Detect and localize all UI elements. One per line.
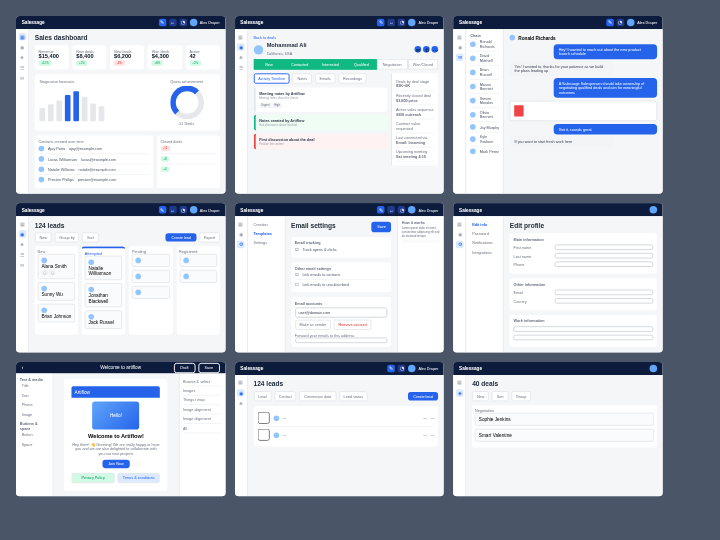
- nav-dashboard-icon[interactable]: ▦: [18, 33, 26, 41]
- filter[interactable]: Lead status: [339, 391, 368, 401]
- deal-row[interactable]: -12: [161, 144, 216, 154]
- table-row[interactable]: ———: [257, 427, 434, 443]
- bell-icon[interactable]: ◔: [179, 206, 187, 214]
- kpi-card[interactable]: New leads$6,200-3%: [110, 45, 144, 69]
- contact-row[interactable]: Preston Phillipspreston@example.com: [39, 175, 150, 184]
- remove-btn[interactable]: Remove account: [334, 320, 372, 330]
- chat-contact[interactable]: Mark Perez: [470, 147, 499, 156]
- back-link[interactable]: Back to deals: [253, 35, 438, 40]
- avatar[interactable]: [189, 206, 197, 214]
- create-lead-button[interactable]: Create lead: [166, 233, 197, 241]
- save-button[interactable]: Save: [198, 362, 220, 372]
- table-row[interactable]: ———: [257, 410, 434, 427]
- stage[interactable]: Negotiation: [377, 59, 408, 69]
- deal-row[interactable]: +8: [161, 154, 216, 164]
- country-input[interactable]: [555, 298, 653, 304]
- join-button[interactable]: Join Now: [103, 460, 130, 468]
- bell-icon[interactable]: ◔: [398, 365, 406, 373]
- lead-card[interactable]: Sunny Wu: [38, 282, 76, 301]
- avatar[interactable]: [650, 206, 658, 214]
- prop[interactable]: Browse & select: [183, 377, 222, 386]
- email-account[interactable]: user@domain.com: [295, 307, 388, 317]
- kpi-card[interactable]: Won deals$4,300+8%: [148, 45, 182, 69]
- donut-chart[interactable]: [170, 86, 204, 120]
- nav-item[interactable]: Settings: [252, 239, 281, 247]
- prop[interactable]: Things i map: [183, 396, 222, 405]
- nav-chat-icon[interactable]: ✉: [18, 74, 26, 82]
- kpi-card[interactable]: Revenue$15,400+12%: [35, 45, 69, 69]
- nav-icon[interactable]: ◈: [237, 400, 245, 408]
- bell-icon[interactable]: ◔: [179, 19, 187, 27]
- avatar[interactable]: [408, 365, 416, 373]
- nav-leads-icon[interactable]: ◉: [18, 43, 26, 51]
- chat-msg[interactable]: Hey! I wanted to reach out about the new…: [554, 44, 657, 59]
- stage[interactable]: Contacted: [284, 59, 315, 69]
- lead-card[interactable]: Jonathan Blackwell: [85, 283, 123, 307]
- chat-msg[interactable]: A Salessage Salesperson should take owne…: [554, 78, 657, 98]
- bell-icon[interactable]: ◔: [617, 19, 625, 27]
- action-icon[interactable]: ✉: [415, 46, 422, 53]
- kpi-card[interactable]: New deals$8,400+5%: [73, 45, 107, 69]
- username[interactable]: Alex Draper: [200, 20, 220, 25]
- chat-msg[interactable]: Yes! I wanted to, thanks for your patien…: [510, 61, 613, 76]
- chat-contact[interactable]: Ronald Richards: [470, 38, 499, 52]
- lead-card[interactable]: Jack Russel: [85, 310, 123, 329]
- prop[interactable]: Image alignment: [183, 415, 222, 424]
- save-button[interactable]: Save: [372, 222, 392, 232]
- email-input[interactable]: [555, 290, 653, 296]
- chat-contact[interactable]: Steven Morales: [470, 94, 499, 108]
- chat-msg[interactable]: Got it, sounds great: [554, 124, 657, 134]
- filter[interactable]: Lead: [253, 391, 271, 401]
- action-icon[interactable]: ✆: [423, 46, 430, 53]
- nav-item[interactable]: Creation: [252, 220, 281, 228]
- kpi-card[interactable]: Active42+2%: [186, 45, 220, 69]
- checkbox[interactable]: [257, 429, 269, 441]
- compose-icon[interactable]: ✎: [377, 19, 385, 27]
- logo[interactable]: Salessage: [240, 366, 263, 372]
- nav-icon[interactable]: ◉: [237, 389, 245, 397]
- lead-card[interactable]: [132, 254, 170, 267]
- avatar[interactable]: [189, 19, 197, 27]
- tab[interactable]: Emails: [315, 73, 336, 83]
- stage[interactable]: Qualified: [346, 59, 377, 69]
- nav-icon[interactable]: ◉: [18, 230, 26, 238]
- lead-card[interactable]: Alana Smith◯◯: [38, 254, 76, 279]
- chat-contact[interactable]: David Mitchell: [470, 52, 499, 66]
- logo[interactable]: Salessage: [240, 207, 263, 213]
- prop[interactable]: Images: [183, 386, 222, 395]
- compose-icon[interactable]: ✎: [158, 206, 166, 214]
- logo[interactable]: Salessage: [22, 207, 45, 213]
- contact-row[interactable]: Lucas Williamsonlucas@example.com: [39, 154, 150, 164]
- timeline-item[interactable]: Notes created by ArtiflowHad discussion …: [253, 115, 387, 131]
- nav-icon[interactable]: ▦: [18, 220, 26, 228]
- bell-icon[interactable]: ◔: [398, 206, 406, 214]
- attachment[interactable]: [510, 101, 657, 122]
- avatar[interactable]: [650, 365, 658, 373]
- rp-item[interactable]: Contract value requested: [396, 119, 435, 133]
- tab[interactable]: Notes: [293, 73, 312, 83]
- nav-icon[interactable]: ⚙: [456, 241, 464, 249]
- block-item[interactable]: Button: [20, 431, 49, 439]
- deal-card[interactable]: Sophie Jenkins: [475, 413, 654, 426]
- rp-item[interactable]: Upcoming meetingSat meeting 4:15: [396, 148, 435, 162]
- last-name-input[interactable]: [555, 253, 653, 259]
- chat-contact[interactable]: Mason Bennett: [470, 80, 499, 94]
- compose-icon[interactable]: ✎: [158, 19, 166, 27]
- bar-chart[interactable]: [40, 84, 153, 122]
- contact-row[interactable]: Ajay Patraajay@example.com: [39, 144, 150, 154]
- nav-icon[interactable]: ▦: [456, 33, 464, 41]
- search-icon[interactable]: ⌕: [387, 19, 395, 27]
- nav-icon[interactable]: ◈: [18, 241, 26, 249]
- block-item[interactable]: Title: [20, 382, 49, 390]
- chat-contact[interactable]: Kyle Graham: [470, 133, 499, 147]
- email-preview[interactable]: Artiflow Hello! Welcome to Artiflow! Hey…: [64, 379, 167, 491]
- filter[interactable]: New: [472, 391, 489, 401]
- timeline-item[interactable]: Meeting notes by ArtiflowMeeting notes a…: [253, 87, 387, 111]
- nav-icon[interactable]: ⚙: [237, 241, 245, 249]
- compose-icon[interactable]: ✎: [387, 365, 395, 373]
- lead-card[interactable]: Brian Johnson: [38, 304, 76, 323]
- logo[interactable]: Salessage: [459, 20, 482, 26]
- block-item[interactable]: Space: [20, 440, 49, 448]
- filter[interactable]: Group: [511, 391, 531, 401]
- block-item[interactable]: Phone: [20, 400, 49, 408]
